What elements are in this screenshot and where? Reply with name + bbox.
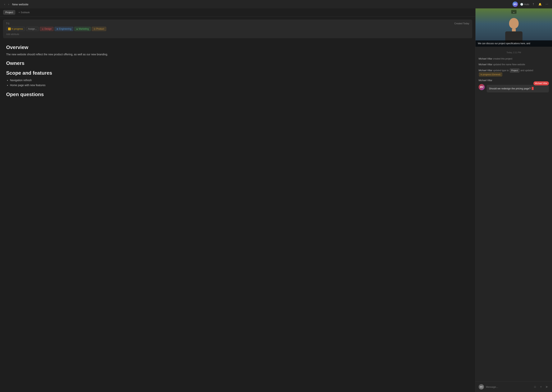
- marketing-icon: ◈: [76, 28, 78, 30]
- send-button[interactable]: ➤: [545, 384, 549, 390]
- status-tag[interactable]: → In progress: [6, 27, 25, 31]
- chat-area: Today, 2:11 PM Michael Villar created th…: [476, 47, 552, 381]
- subtask-label: Subtask: [21, 11, 30, 14]
- activity-text: updated type to: [493, 69, 509, 72]
- design-tag[interactable]: ◎ Design: [40, 27, 53, 31]
- overview-text: The new website should reflect the new p…: [6, 52, 469, 56]
- activity-text: updated the name: [493, 63, 512, 66]
- mention-badge: Michael Villar: [533, 81, 549, 85]
- task-created: Created Today: [454, 22, 469, 25]
- product-tag[interactable]: ⊡ Product: [92, 27, 106, 31]
- activity-name-update: Michael Villar updated the name New webs…: [479, 63, 549, 67]
- marketing-tag[interactable]: ◈ Marketing: [74, 27, 91, 31]
- topbar-actions: MV 🕐 Auto ⤒ 🔔 ⋯: [513, 1, 549, 7]
- tab-project[interactable]: Project: [3, 10, 15, 15]
- scope-list: Navigation refresh Home page with new fe…: [6, 78, 469, 87]
- activity-type-update: Michael Villar updated type to Project a…: [479, 68, 549, 77]
- left-panel: Project + Subtask T-1 Created Today → In…: [0, 8, 475, 392]
- assign-tag[interactable]: Assign...: [26, 27, 39, 31]
- open-questions-heading: Open questions: [6, 91, 469, 98]
- right-panel: We can discuss our project specification…: [475, 8, 552, 392]
- activity-name-value: New website: [512, 63, 525, 66]
- person-neck: [512, 28, 516, 31]
- tab-subtask[interactable]: + Subtask: [17, 10, 31, 15]
- add-attribute-button[interactable]: Add attribute: [6, 33, 469, 35]
- marketing-label: Marketing: [79, 28, 89, 30]
- overview-heading: Overview: [6, 44, 469, 50]
- page-title: New website: [12, 3, 511, 6]
- person-head: [509, 18, 519, 28]
- document-content: Overview The new website should reflect …: [0, 41, 475, 392]
- engineering-icon: ⊞: [57, 28, 58, 30]
- nav-back-button[interactable]: ‹: [3, 2, 6, 7]
- chat-timestamp: Today, 2:11 PM: [479, 51, 549, 54]
- design-label: Design: [44, 28, 51, 30]
- activity-user: Michael Villar: [479, 63, 492, 66]
- message-avatar: MV: [479, 84, 485, 90]
- activity-user: Michael Villar: [479, 79, 492, 82]
- message-content: Michael Villar Should we redesign the pr…: [487, 84, 549, 92]
- product-icon: ⊡: [94, 28, 95, 30]
- engineering-label: Engineering: [59, 28, 71, 30]
- message-input-area: MV ☺ + ➤: [476, 381, 552, 392]
- message-item: MV Michael Villar Should we redesign the…: [479, 84, 549, 92]
- nav-forward-button[interactable]: ›: [7, 2, 10, 7]
- clock-icon: 🕐: [520, 3, 523, 6]
- project-badge: Project: [510, 69, 519, 73]
- message-input[interactable]: [486, 385, 531, 388]
- activity-created: Michael Villar created this project: [479, 57, 549, 61]
- auto-badge[interactable]: 🕐 Auto: [520, 3, 529, 6]
- in-progress-icon: →: [8, 28, 11, 30]
- message-text: Should we redesign the pricing page?: [489, 87, 531, 90]
- navigation-buttons: ‹ ›: [3, 2, 10, 7]
- plus-icon: +: [18, 11, 20, 14]
- activity-user: Michael Villar: [479, 69, 492, 72]
- task-id: T-1: [6, 22, 9, 25]
- list-item: Navigation refresh: [10, 78, 469, 83]
- video-area: We can discuss our project specification…: [476, 8, 552, 47]
- scope-heading: Scope and features: [6, 70, 469, 76]
- input-avatar: MV: [479, 384, 484, 390]
- video-caption: We can discuss our project specification…: [476, 40, 552, 47]
- in-progress-badge: In progress (General): [479, 73, 502, 77]
- engineering-tag[interactable]: ⊞ Engineering: [55, 27, 73, 31]
- bell-icon[interactable]: 🔔: [538, 2, 542, 7]
- more-options-icon[interactable]: ⋯: [545, 2, 549, 7]
- emoji-button[interactable]: ☺: [533, 384, 537, 389]
- person-silhouette: [505, 18, 523, 43]
- user-avatar[interactable]: MV: [513, 1, 518, 7]
- assign-label: Assign...: [28, 28, 37, 30]
- main-layout: Project + Subtask T-1 Created Today → In…: [0, 8, 552, 392]
- message-bubble: Michael Villar Should we redesign the pr…: [487, 85, 549, 92]
- task-card: T-1 Created Today → In progress Assign..…: [3, 20, 472, 38]
- owners-heading: Owners: [6, 60, 469, 66]
- cursor-indicator: [532, 87, 534, 90]
- status-label: In progress: [12, 28, 23, 30]
- design-icon: ◎: [42, 28, 44, 30]
- list-item: Home page with new features: [10, 83, 469, 88]
- and-updated-text: and updated: [520, 69, 533, 72]
- share-icon[interactable]: ⤒: [531, 2, 535, 7]
- topbar: ‹ › New website MV 🕐 Auto ⤒ 🔔 ⋯: [0, 0, 552, 8]
- activity-text: created this project: [493, 57, 512, 60]
- product-label: Product: [96, 28, 104, 30]
- attach-button[interactable]: +: [539, 384, 543, 389]
- task-tags: → In progress Assign... ◎ Design ⊞ Engin…: [6, 27, 469, 31]
- auto-label: Auto: [524, 3, 529, 6]
- tab-bar: Project + Subtask: [0, 8, 475, 16]
- task-card-header: T-1 Created Today: [6, 22, 469, 25]
- activity-user: Michael Villar: [479, 57, 492, 60]
- video-collapse-button[interactable]: ⌄: [511, 10, 516, 14]
